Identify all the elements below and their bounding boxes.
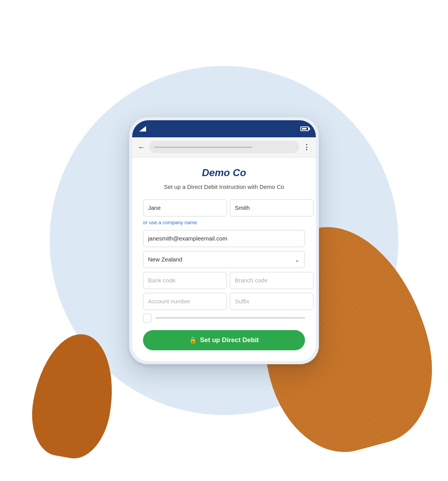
signal-icon: [139, 126, 146, 131]
form-container: Demo Co Set up a Direct Debit Instructio…: [132, 157, 316, 361]
form-subtitle: Set up a Direct Debit Instruction with D…: [143, 183, 305, 191]
bank-branch-row: [143, 272, 305, 289]
phone-mockup: ← ⋮ Demo Co Set up a Direct Debit Instru…: [129, 117, 319, 364]
account-suffix-row: [143, 293, 305, 310]
lock-icon: 🔒: [189, 336, 197, 344]
terms-checkbox-row: [143, 314, 305, 322]
last-name-input[interactable]: [230, 199, 314, 216]
submit-label: Set up Direct Debit: [200, 336, 259, 344]
phone-outer-frame: ← ⋮ Demo Co Set up a Direct Debit Instru…: [129, 117, 319, 364]
branch-code-input[interactable]: [230, 272, 314, 289]
country-select-wrapper: New Zealand Australia United Kingdom ⌄: [143, 251, 305, 268]
company-name-link[interactable]: or use a company name: [143, 220, 305, 225]
phone-inner-screen: ← ⋮ Demo Co Set up a Direct Debit Instru…: [132, 120, 316, 361]
terms-checkbox[interactable]: [143, 314, 152, 322]
bank-code-input[interactable]: [143, 272, 227, 289]
email-input[interactable]: [143, 230, 305, 247]
url-bar[interactable]: [149, 141, 299, 153]
company-title: Demo Co: [143, 167, 305, 179]
submit-button[interactable]: 🔒 Set up Direct Debit: [143, 330, 305, 350]
account-number-input[interactable]: [143, 293, 227, 310]
first-name-input[interactable]: [143, 199, 227, 216]
name-row: [143, 199, 305, 216]
suffix-input[interactable]: [230, 293, 314, 310]
more-menu-button[interactable]: ⋮: [303, 143, 310, 151]
battery-fill: [302, 128, 307, 130]
country-select[interactable]: New Zealand Australia United Kingdom: [143, 251, 305, 268]
url-bar-line: [154, 147, 252, 148]
back-button[interactable]: ←: [138, 143, 145, 152]
battery-icon: [300, 126, 309, 131]
status-bar: [132, 120, 316, 137]
terms-label-placeholder: [155, 317, 305, 318]
browser-bar: ← ⋮: [132, 137, 316, 157]
